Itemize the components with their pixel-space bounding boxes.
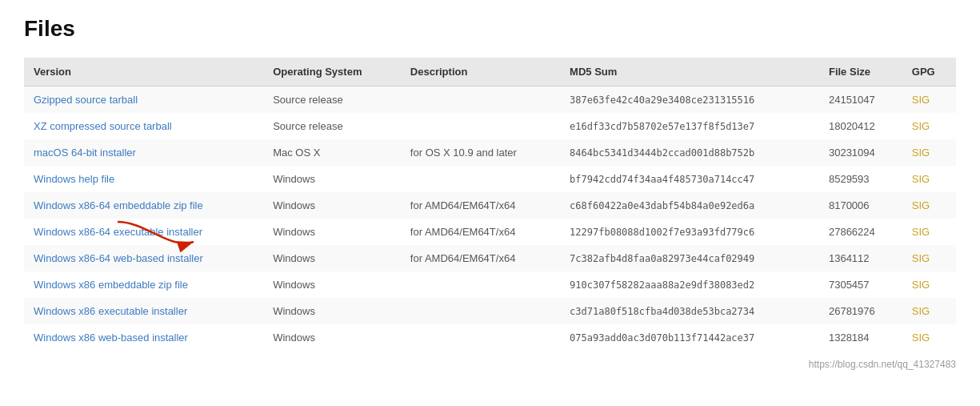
filesize-cell: 27866224 xyxy=(819,219,902,245)
version-cell: Windows x86-64 embeddable zip file xyxy=(24,192,263,219)
description-cell xyxy=(401,113,560,139)
gpg-cell: SIG xyxy=(902,271,956,298)
description-cell xyxy=(401,271,560,298)
col-description: Description xyxy=(401,58,560,86)
gpg-cell: SIG xyxy=(902,298,956,324)
md5-cell: 12297fb08088d1002f7e93a93fd779c6 xyxy=(560,219,819,245)
gpg-cell: SIG xyxy=(902,113,956,139)
table-row: Windows x86-64 embeddable zip fileWindow… xyxy=(24,192,956,219)
md5-cell: 910c307f58282aaa88a2e9df38083ed2 xyxy=(560,271,819,298)
filesize-cell: 26781976 xyxy=(819,298,902,324)
version-link[interactable]: Windows x86-64 embeddable zip file xyxy=(34,199,203,211)
os-cell: Windows xyxy=(263,192,401,219)
sig-link[interactable]: SIG xyxy=(912,226,930,238)
version-link[interactable]: macOS 64-bit installer xyxy=(34,147,136,159)
filesize-cell: 30231094 xyxy=(819,139,902,166)
gpg-cell: SIG xyxy=(902,86,956,114)
table-row: Windows x86 executable installerWindowsc… xyxy=(24,298,956,324)
version-link[interactable]: XZ compressed source tarball xyxy=(34,120,172,132)
version-link[interactable]: Windows x86 web-based installer xyxy=(34,332,188,344)
footer-url: https://blog.csdn.net/qq_41327483 xyxy=(809,359,956,370)
version-cell: Windows x86 embeddable zip file xyxy=(24,271,263,298)
description-cell xyxy=(401,324,560,351)
md5-cell: c68f60422a0e43dabf54b84a0e92ed6a xyxy=(560,192,819,219)
col-gpg: GPG xyxy=(902,58,956,86)
filesize-cell: 8529593 xyxy=(819,166,902,192)
gpg-cell: SIG xyxy=(902,166,956,192)
version-link[interactable]: Windows x86 executable installer xyxy=(34,305,187,317)
files-table: Version Operating System Description MD5… xyxy=(24,58,956,351)
os-cell: Mac OS X xyxy=(263,139,401,166)
version-cell: macOS 64-bit installer xyxy=(24,139,263,166)
md5-cell: e16df33cd7b58702e57e137f8f5d13e7 xyxy=(560,113,819,139)
gpg-cell: SIG xyxy=(902,219,956,245)
col-filesize: File Size xyxy=(819,58,902,86)
version-cell: Windows x86-64 executable installer xyxy=(24,219,263,245)
table-header: Version Operating System Description MD5… xyxy=(24,58,956,86)
description-cell: for OS X 10.9 and later xyxy=(401,139,560,166)
sig-link[interactable]: SIG xyxy=(912,120,930,132)
os-cell: Source release xyxy=(263,113,401,139)
page-title: Files xyxy=(24,16,956,42)
sig-link[interactable]: SIG xyxy=(912,199,930,211)
filesize-cell: 24151047 xyxy=(819,86,902,114)
filesize-cell: 1328184 xyxy=(819,324,902,351)
version-link[interactable]: Windows x86-64 web-based installer xyxy=(34,252,203,264)
md5-cell: 8464bc5341d3444b2ccad001d88b752b xyxy=(560,139,819,166)
version-cell: XZ compressed source tarball xyxy=(24,113,263,139)
gpg-cell: SIG xyxy=(902,192,956,219)
table-row: XZ compressed source tarballSource relea… xyxy=(24,113,956,139)
os-cell: Windows xyxy=(263,219,401,245)
sig-link[interactable]: SIG xyxy=(912,147,930,159)
version-link[interactable]: Windows x86-64 executable installer xyxy=(34,226,202,238)
filesize-cell: 7305457 xyxy=(819,271,902,298)
sig-link[interactable]: SIG xyxy=(912,252,930,264)
description-cell: for AMD64/EM64T/x64 xyxy=(401,192,560,219)
col-version: Version xyxy=(24,58,263,86)
table-row: Windows help fileWindowsbf7942cdd74f34aa… xyxy=(24,166,956,192)
md5-cell: bf7942cdd74f34aa4f485730a714cc47 xyxy=(560,166,819,192)
version-link[interactable]: Windows x86 embeddable zip file xyxy=(34,279,188,291)
os-cell: Windows xyxy=(263,324,401,351)
sig-link[interactable]: SIG xyxy=(912,94,930,106)
description-cell xyxy=(401,298,560,324)
table-row: Windows x86 embeddable zip fileWindows91… xyxy=(24,271,956,298)
sig-link[interactable]: SIG xyxy=(912,173,930,185)
sig-link[interactable]: SIG xyxy=(912,305,930,317)
version-cell: Gzipped source tarball xyxy=(24,86,263,114)
page-footer: https://blog.csdn.net/qq_41327483 xyxy=(24,359,956,370)
col-os: Operating System xyxy=(263,58,401,86)
md5-cell: c3d71a80f518cfba4d038de53bca2734 xyxy=(560,298,819,324)
md5-cell: 7c382afb4d8faa0a82973e44caf02949 xyxy=(560,245,819,271)
md5-cell: 075a93add0ac3d070b113f71442ace37 xyxy=(560,324,819,351)
os-cell: Windows xyxy=(263,271,401,298)
version-cell: Windows x86 web-based installer xyxy=(24,324,263,351)
sig-link[interactable]: SIG xyxy=(912,332,930,344)
sig-link[interactable]: SIG xyxy=(912,279,930,291)
os-cell: Source release xyxy=(263,86,401,114)
version-cell: Windows help file xyxy=(24,166,263,192)
description-cell xyxy=(401,86,560,114)
version-link[interactable]: Gzipped source tarball xyxy=(34,94,138,106)
table-row: macOS 64-bit installerMac OS Xfor OS X 1… xyxy=(24,139,956,166)
description-cell: for AMD64/EM64T/x64 xyxy=(401,219,560,245)
os-cell: Windows xyxy=(263,245,401,271)
filesize-cell: 8170006 xyxy=(819,192,902,219)
gpg-cell: SIG xyxy=(902,139,956,166)
os-cell: Windows xyxy=(263,298,401,324)
gpg-cell: SIG xyxy=(902,245,956,271)
version-cell: Windows x86 executable installer xyxy=(24,298,263,324)
description-cell xyxy=(401,166,560,192)
filesize-cell: 18020412 xyxy=(819,113,902,139)
table-row: Windows x86-64 web-based installerWindow… xyxy=(24,245,956,271)
description-cell: for AMD64/EM64T/x64 xyxy=(401,245,560,271)
version-link[interactable]: Windows help file xyxy=(34,173,114,185)
gpg-cell: SIG xyxy=(902,324,956,351)
table-row: Windows x86-64 executable installerWindo… xyxy=(24,219,956,245)
version-cell: Windows x86-64 web-based installer xyxy=(24,245,263,271)
table-body: Gzipped source tarballSource release387e… xyxy=(24,86,956,352)
col-md5: MD5 Sum xyxy=(560,58,819,86)
table-row: Windows x86 web-based installerWindows07… xyxy=(24,324,956,351)
filesize-cell: 1364112 xyxy=(819,245,902,271)
md5-cell: 387e63fe42c40a29e3408ce231315516 xyxy=(560,86,819,114)
